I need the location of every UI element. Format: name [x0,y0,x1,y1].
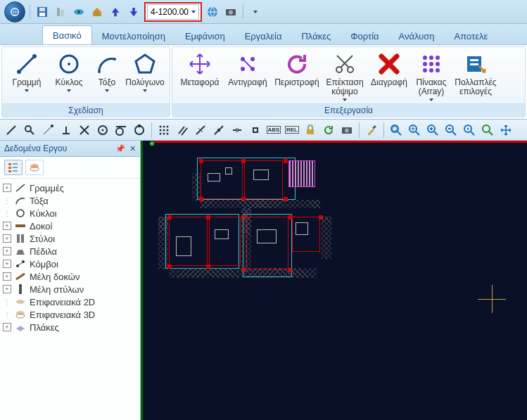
tool-abs[interactable]: ABS [265,122,282,139]
close-icon[interactable]: ✕ [129,144,136,153]
expand-icon[interactable]: + [3,247,11,255]
expand-icon[interactable]: + [3,272,11,281]
line-icon [14,51,39,77]
svg-point-13 [32,54,37,58]
level-selector[interactable]: 4-1200.00 [147,4,199,20]
delete-button[interactable]: Διαγραφή [368,50,410,89]
panel-tab-tree[interactable] [4,160,23,175]
expand-icon[interactable]: + [3,234,11,243]
tab-Εμφάνιση[interactable]: Εμφάνιση [175,27,235,44]
zoom-in-icon[interactable] [424,122,441,139]
svg-point-26 [436,56,440,60]
copy-icon [235,51,260,77]
project-tree[interactable]: +Γραμμές⋮Τόξα⋮Κύκλοι+Δοκοί+Στύλοι+Πέδιλα… [0,179,140,420]
circle-button[interactable]: Κύκλος [49,50,89,94]
tool-center[interactable] [94,122,111,139]
tree-label: Γραμμές [30,183,64,193]
tab-Πλάκες[interactable]: Πλάκες [291,27,341,44]
multi-select-button[interactable]: Πολλαπλές επιλογές [452,50,499,98]
surf3d-icon [14,309,27,320]
zoom-extents-icon[interactable] [406,122,423,139]
expand-icon[interactable]: + [3,184,11,192]
tab-Ανάλυση[interactable]: Ανάλυση [389,27,445,44]
tool-intersect[interactable] [76,122,93,139]
qat-customize-icon[interactable] [248,4,263,20]
expand-icon[interactable]: + [3,222,11,230]
zoom-out-icon[interactable] [443,122,459,139]
tool-quad[interactable] [131,122,148,139]
tree-node-column[interactable]: +Στύλοι [1,232,139,245]
ruler-top [151,141,527,143]
tool-nearest[interactable] [192,122,209,139]
tree-node-footing[interactable]: +Πέδιλα [1,245,139,257]
save-icon[interactable] [34,4,50,20]
tab-Αποτελε[interactable]: Αποτελε [445,27,498,44]
tree-node-arc[interactable]: ⋮Τόξα [1,194,139,207]
svg-point-29 [436,62,440,66]
tab-Μοντελοποίηση[interactable]: Μοντελοποίηση [92,27,175,44]
tool-refresh[interactable] [320,122,337,139]
beam-icon [14,220,27,231]
pin-icon[interactable]: 📌 [115,144,125,153]
expand-icon[interactable]: + [3,323,11,331]
polygon-button[interactable]: Πολύγωνο [125,50,165,94]
extend-trim-button[interactable]: Επέκταση κόψιμο [323,50,367,103]
zoom-window-icon[interactable] [388,122,405,139]
tree-node-slab[interactable]: +Πλάκες [1,321,139,333]
chevron-down-icon [67,89,71,92]
tool-tangent[interactable] [113,122,129,139]
arc-button[interactable]: Τόξο [91,50,123,94]
tool-midpoint[interactable] [210,122,227,139]
panel-tab-layers[interactable] [25,160,44,175]
globe-icon[interactable] [205,4,220,20]
tool-perp[interactable] [58,122,75,139]
tool-node[interactable] [247,122,264,139]
tab-Φορτία[interactable]: Φορτία [341,27,388,44]
tree-node-circle[interactable]: ⋮Κύκλοι [1,207,139,219]
copy-button[interactable]: Αντιγραφή [224,50,271,89]
pan-icon[interactable] [497,122,514,139]
tree-node-col-member[interactable]: +Μέλη στύλων [1,283,139,295]
rotate-button[interactable]: Περιστροφή [272,50,322,89]
app-orb[interactable] [4,1,25,23]
tree-node-beam[interactable]: +Δοκοί [1,219,139,232]
building-icon[interactable] [53,4,68,20]
up-arrow-icon[interactable] [108,4,123,20]
tool-gridsnap[interactable] [155,122,172,139]
tree-node-surf3d[interactable]: ⋮Επιφανειακά 3D [1,308,139,321]
camera-icon[interactable] [223,4,239,20]
line-button[interactable]: Γραμμή [6,50,47,94]
column-icon [14,233,27,244]
array-button[interactable]: Πίνακας (Array) [412,50,451,103]
tree-node-node[interactable]: +Κόμβοι [1,257,139,270]
drawing-canvas[interactable] [141,141,527,420]
svg-point-49 [160,132,162,134]
tree-node-line[interactable]: +Γραμμές [1,182,139,194]
down-arrow-icon[interactable] [126,4,141,20]
eye-icon[interactable] [71,4,87,20]
tool-line[interactable] [3,122,20,139]
home-icon[interactable] [89,4,105,20]
tool-break[interactable] [229,122,246,139]
separator [359,122,360,138]
tool-pick[interactable] [21,122,38,139]
svg-point-7 [77,11,80,13]
tool-parallel[interactable] [174,122,191,139]
expand-icon[interactable]: + [3,260,11,268]
svg-point-36 [25,126,31,132]
tab-Βασικό[interactable]: Βασικό [42,25,92,44]
tool-lock[interactable] [302,122,319,139]
tree-label: Πλάκες [30,322,59,333]
tool-screenshot[interactable] [338,122,355,139]
tool-eyedropper[interactable] [363,122,380,139]
tree-node-surf2d[interactable]: ⋮Επιφανειακά 2D [1,295,139,308]
tool-endpoint[interactable] [39,122,56,139]
tree-node-beam-member[interactable]: +Μέλη δοκών [1,270,139,283]
move-button[interactable]: Μεταφορά [177,50,223,89]
tool-rel[interactable]: REL [284,122,300,139]
zoom-realtime-icon[interactable] [479,122,496,139]
tree-label: Επιφανειακά 2D [30,297,95,307]
expand-icon[interactable]: + [3,285,11,293]
zoom-previous-icon[interactable] [461,122,478,139]
tab-Εργαλεία[interactable]: Εργαλεία [235,27,292,44]
